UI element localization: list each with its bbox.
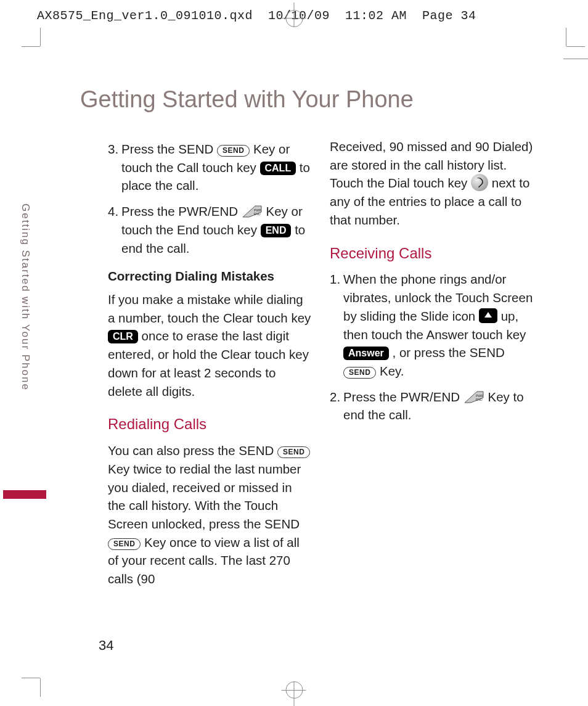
crop-mark-tr	[548, 34, 579, 65]
end-touch-key-icon: END	[261, 224, 292, 237]
pwr-end-key-icon: PWREND	[242, 203, 263, 218]
text: , or press the SEND	[393, 345, 505, 359]
text: You can also press the SEND	[108, 443, 277, 458]
call-touch-key-icon: CALL	[260, 162, 296, 175]
step-3: 3. Press the SEND SEND Key or touch the …	[108, 140, 311, 195]
dial-touch-key-icon	[471, 174, 488, 191]
subheading-receiving: Receiving Calls	[330, 243, 533, 265]
send-key-icon: SEND	[343, 367, 376, 379]
text: Press the PWR/END	[343, 390, 463, 404]
page-number: 34	[99, 638, 113, 654]
paragraph: Received, 90 missed and 90 Dialed) are s…	[330, 138, 533, 229]
step-4: 4. Press the PWR/END PWREND Key or touch…	[108, 202, 311, 257]
answer-touch-key-icon: Answer	[343, 347, 389, 360]
page-body: Getting Started with Your Phone Getting …	[65, 68, 545, 647]
svg-text:END: END	[254, 212, 261, 216]
recv-step-2: 2. Press the PWR/END PWREND Key to end t…	[330, 388, 533, 424]
pwr-end-key-icon: PWREND	[463, 389, 484, 404]
paragraph: If you make a mistake while dialing a nu…	[108, 290, 311, 400]
step-number: 3.	[108, 140, 121, 195]
text: Key twice to redial the last number you …	[108, 462, 301, 531]
text: once to erase the last digit entered, or…	[108, 329, 309, 398]
text: Press the SEND	[121, 142, 217, 156]
send-key-icon: SEND	[108, 538, 141, 550]
svg-text:END: END	[476, 398, 483, 401]
side-label-text: Getting Started with Your Phone	[19, 203, 31, 391]
content-columns: 3. Press the SEND SEND Key or touch the …	[65, 138, 545, 588]
text: Key.	[380, 364, 404, 378]
page-title: Getting Started with Your Phone	[80, 86, 545, 113]
step-body: Press the PWR/END PWREND Key or touch th…	[121, 202, 311, 257]
step-body: When the phone rings and/or vibrates, un…	[343, 270, 533, 380]
crop-mark-right	[563, 59, 588, 59]
step-number: 4.	[108, 202, 121, 257]
side-running-head: Getting Started with Your Phone	[18, 203, 32, 393]
step-number: 2.	[330, 388, 343, 424]
subheading-correcting: Correcting Dialing Mistakes	[108, 267, 311, 285]
recv-step-1: 1. When the phone rings and/or vibrates,…	[330, 270, 533, 380]
subheading-redialing: Redialing Calls	[108, 414, 311, 435]
column-right: Received, 90 missed and 90 Dialed) are s…	[330, 138, 533, 588]
crop-mark-tl	[28, 34, 59, 65]
crop-mark-bl	[28, 660, 59, 691]
step-body: Press the SEND SEND Key or touch the Cal…	[121, 140, 311, 195]
step-body: Press the PWR/END PWREND Key to end the …	[343, 388, 533, 424]
side-accent-bar	[3, 490, 46, 499]
slide-up-icon	[479, 308, 497, 323]
text: If you make a mistake while dialing a nu…	[108, 292, 311, 325]
crop-mark-top	[294, 2, 295, 33]
text: Press the PWR/END	[121, 204, 242, 218]
slug-text: AX8575_Eng_ver1.0_091010.qxd 10/10/09 11…	[37, 9, 476, 23]
column-left: 3. Press the SEND SEND Key or touch the …	[108, 138, 311, 588]
clr-touch-key-icon: CLR	[108, 330, 138, 343]
paragraph: You can also press the SEND SEND Key twi…	[108, 441, 311, 588]
send-key-icon: SEND	[217, 145, 250, 157]
crop-mark-bottom	[294, 675, 295, 706]
send-key-icon: SEND	[277, 446, 310, 458]
step-number: 1.	[330, 270, 343, 380]
